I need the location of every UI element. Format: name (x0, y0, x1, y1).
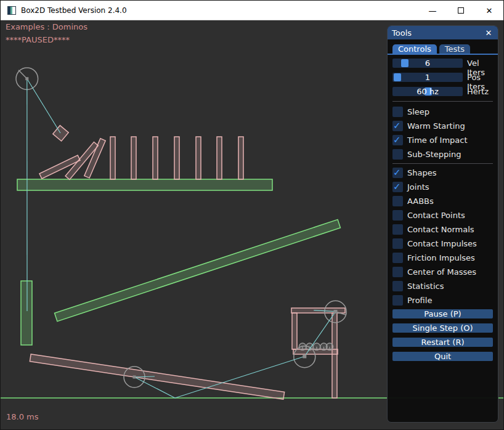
slider-track[interactable]: 6 (392, 59, 463, 68)
tools-close-button[interactable]: ✕ (484, 28, 494, 38)
tab-underline (388, 54, 498, 55)
checkbox-label: Center of Masses (407, 267, 476, 277)
close-button[interactable]: ✕ (475, 1, 503, 20)
cart-left-post (292, 313, 297, 349)
standing-domino (110, 137, 115, 179)
tools-panel-title: Tools (392, 28, 484, 38)
checkbox[interactable] (392, 121, 403, 131)
os-titlebar: Box2D Testbed Version 2.4.0 — ✕ (1, 1, 503, 20)
checkbox-row-statistics[interactable]: Statistics (392, 281, 493, 291)
standing-domino (153, 137, 158, 179)
slider-track[interactable]: 1 (392, 73, 463, 82)
tab-controls[interactable]: Controls (392, 44, 437, 54)
checkbox-label: Profile (407, 295, 432, 306)
pendulum-bob (53, 126, 68, 141)
checkbox-row-aabbs[interactable]: AABBs (392, 196, 493, 206)
checkbox-row-friction-impulses[interactable]: Friction Impulses (392, 253, 493, 263)
pause-button[interactable]: Pause (P) (392, 309, 493, 318)
minimize-icon: — (429, 6, 437, 15)
checkbox[interactable] (392, 196, 403, 206)
standing-domino (131, 137, 136, 179)
checkbox[interactable] (392, 168, 403, 178)
checkbox-label: Sub-Stepping (407, 149, 461, 160)
slider-track[interactable]: 60 hz (392, 87, 463, 96)
checkbox-label: Friction Impulses (407, 253, 475, 263)
checkbox-row-warm-starting[interactable]: Warm Starting (392, 121, 493, 131)
checkbox-row-contact-normals[interactable]: Contact Normals (392, 224, 493, 235)
checkbox-label: Shapes (407, 168, 436, 178)
checkbox-row-joints[interactable]: Joints (392, 182, 493, 192)
hertz-slider[interactable]: 60 hz Hertz (392, 87, 493, 96)
checkbox-label: Contact Impulses (407, 238, 477, 249)
checkbox-row-sleep[interactable]: Sleep (392, 107, 493, 117)
frame-time-text: 18.0 ms (6, 412, 39, 421)
angled-plank (55, 219, 341, 321)
standing-domino (174, 137, 179, 179)
joint-anchors (25, 77, 337, 378)
checkbox[interactable] (392, 267, 403, 277)
domino-shelf (17, 179, 272, 190)
checkbox-label: Warm Starting (407, 121, 465, 131)
checkbox-row-contact-points[interactable]: Contact Points (392, 210, 493, 221)
checkbox[interactable] (392, 238, 403, 249)
checkbox-label: Joints (407, 182, 429, 192)
checkbox[interactable] (392, 295, 403, 306)
checkbox-row-contact-impulses[interactable]: Contact Impulses (392, 238, 493, 249)
checkbox-label: AABBs (407, 196, 434, 206)
checkbox[interactable] (392, 281, 403, 291)
checkbox-row-profile[interactable]: Profile (392, 295, 493, 306)
app-window: Box2D Testbed Version 2.4.0 — ✕ (0, 0, 504, 430)
slider-value: 60 hz (392, 87, 463, 96)
checkbox-row-center-of-masses[interactable]: Center of Masses (392, 267, 493, 277)
checkbox-label: Statistics (407, 281, 444, 291)
restart-button[interactable]: Restart (R) (392, 338, 493, 347)
tools-titlebar[interactable]: Tools ✕ (388, 26, 498, 39)
checkbox[interactable] (392, 135, 403, 145)
app-icon (7, 6, 16, 15)
standing-domino (217, 137, 222, 179)
checkbox-label: Sleep (407, 107, 429, 117)
slider-value: 1 (392, 73, 463, 82)
slider-label: Hertz (467, 87, 489, 96)
tab-tests[interactable]: Tests (439, 44, 470, 54)
maximize-button[interactable] (447, 1, 475, 20)
window-title: Box2D Testbed Version 2.4.0 (21, 6, 127, 15)
standing-domino (238, 137, 243, 179)
checkbox-row-time-of-impact[interactable]: Time of Impact (392, 135, 493, 145)
checkbox[interactable] (392, 224, 403, 235)
cart-balls (299, 343, 333, 350)
separator (392, 163, 493, 164)
paused-status-text: ****PAUSED**** (6, 35, 70, 44)
close-icon: ✕ (486, 6, 493, 15)
standing-domino (196, 137, 201, 179)
checkbox[interactable] (392, 253, 403, 263)
hanging-plank (21, 281, 32, 345)
checkbox-label: Contact Normals (407, 224, 474, 235)
maximize-icon (458, 7, 464, 14)
tools-panel: Tools ✕ Controls Tests 6 Vel Iters (387, 25, 498, 423)
minimize-button[interactable]: — (418, 1, 447, 20)
checkbox[interactable] (392, 149, 403, 160)
checkbox-label: Time of Impact (407, 135, 468, 145)
checkbox[interactable] (392, 182, 403, 192)
checkbox-row-shapes[interactable]: Shapes (392, 168, 493, 178)
vel-iters-slider[interactable]: 6 Vel Iters (392, 59, 493, 68)
checkbox[interactable] (392, 210, 403, 221)
checkbox[interactable] (392, 107, 403, 117)
seesaw-plank (30, 354, 284, 399)
slider-value: 6 (392, 59, 463, 68)
tools-close-icon: ✕ (486, 28, 492, 38)
checkbox-row-sub-stepping[interactable]: Sub-Stepping (392, 149, 493, 160)
single-step-button[interactable]: Single Step (O) (392, 323, 493, 333)
separator (392, 101, 493, 102)
cart-right-post (332, 313, 337, 398)
quit-button[interactable]: Quit (392, 352, 493, 361)
tools-tabbar: Controls Tests (392, 44, 493, 54)
example-name-text: Examples : Dominos (6, 22, 87, 31)
checkbox-label: Contact Points (407, 210, 465, 221)
pos-iters-slider[interactable]: 1 Pos Iters (392, 73, 493, 82)
